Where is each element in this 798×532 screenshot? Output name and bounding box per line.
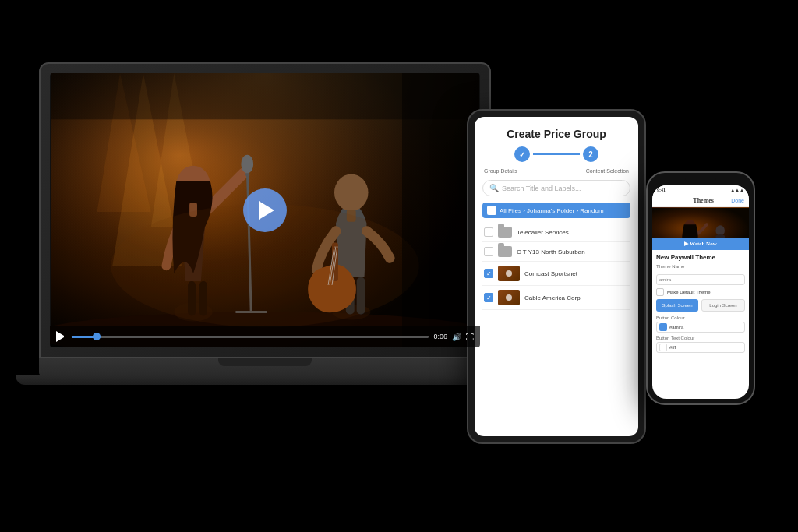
thumb-play-icon-3 [506,270,512,277]
phone-header-title: Themes [693,197,714,204]
button-text-color-input[interactable]: #fff [656,342,745,353]
phone-video-thumbnail: ▶ Watch Now [652,207,749,250]
file-row[interactable]: Comcast Sportsnet [482,262,630,286]
make-default-label: Make Default Theme [667,290,711,294]
svg-rect-15 [245,174,249,176]
svg-point-19 [334,174,369,211]
step-2-label: Content Selection [586,168,629,174]
laptop-body: 0:06 🔊 ⛶ [39,62,491,358]
folder-icon-2 [498,246,512,257]
file-checkbox-3[interactable] [484,269,493,278]
phone-content: New Paywall Theme Theme Name Make Defaul… [652,250,749,360]
tablet-content: Create Price Group ✓ 2 Group Details Con… [475,117,638,318]
theme-toggle-row: Splash Screen Login Screen [656,299,745,312]
file-checkbox-1[interactable] [484,227,493,237]
button-color-input[interactable]: #amira [656,322,745,333]
phone-done-button[interactable]: Done [731,198,744,203]
login-screen-toggle[interactable]: Login Screen [701,299,745,312]
svg-rect-28 [51,73,479,119]
play-button[interactable] [243,188,287,232]
make-default-row: Make Default Theme [656,288,745,296]
button-color-swatch [659,323,667,331]
step-line [533,153,580,155]
progress-dot [93,333,101,340]
status-icons: ▲▲▲ [730,188,744,192]
phone-header: Themes Done [652,195,749,207]
tablet-device: Create Price Group ✓ 2 Group Details Con… [467,109,646,444]
laptop-device: 0:06 🔊 ⛶ [39,62,491,436]
file-checkbox-4[interactable] [484,293,493,302]
stepper: ✓ 2 [482,146,630,162]
phone-notch [685,178,716,182]
thumb-play-icon-4 [506,294,512,301]
fullscreen-icon[interactable]: ⛶ [466,333,474,341]
phone-video-cta[interactable]: ▶ Watch Now [652,238,749,250]
folder-icon-1 [498,227,512,238]
button-color-label: Button Colour [656,315,745,320]
laptop-screen: 0:06 🔊 ⛶ [50,73,480,347]
control-play-icon[interactable] [56,331,67,342]
video-controls-bar: 0:06 🔊 ⛶ [50,326,480,347]
tablet-title: Create Price Group [482,128,630,140]
search-icon: 🔍 [489,184,499,192]
step-2-circle: 2 [583,146,598,162]
breadcrumb-bar: All Files › Johanna's Folder › Random [482,203,630,218]
file-row[interactable]: Cable America Corp [482,286,630,310]
phone-device: 9:41 ▲▲▲ Themes Done [646,171,755,405]
theme-name-label: Theme Name [656,264,745,269]
volume-icon[interactable]: 🔊 [452,333,461,341]
button-text-color-text: #fff [669,345,676,350]
step-1-label: Group Details [484,168,517,174]
play-icon [259,201,274,220]
laptop-stand [16,375,514,385]
button-text-color-label: Button Text Colour [656,336,745,340]
main-scene: 0:06 🔊 ⛶ Create Price Group ✓ 2 [0,0,798,532]
file-checkbox-2[interactable] [484,247,493,256]
button-text-color-swatch [659,344,667,351]
video-thumb-3 [498,266,520,281]
svg-point-14 [241,155,253,174]
splash-screen-toggle[interactable]: Splash Screen [656,299,698,312]
tablet-screen: Create Price Group ✓ 2 Group Details Con… [475,117,638,436]
file-name-3: Comcast Sportsnet [524,270,629,277]
breadcrumb-path: All Files › Johanna's Folder › Random [500,207,604,214]
laptop-notch [218,358,312,366]
theme-name-input[interactable] [656,274,745,285]
progress-bar[interactable] [72,336,429,338]
search-placeholder: Search Title and Labels... [502,185,581,192]
file-row[interactable]: C T Y13 North Suburban [482,242,630,262]
search-bar[interactable]: 🔍 Search Title and Labels... [482,180,630,196]
phone-section-title: New Paywall Theme [656,254,745,261]
file-name-1: Telecaller Services [517,229,629,236]
phone-status-bar: 9:41 ▲▲▲ [652,185,749,195]
make-default-checkbox[interactable] [656,288,664,296]
step-1-circle: ✓ [514,146,530,162]
phone-screen: 9:41 ▲▲▲ Themes Done [652,185,749,399]
file-name-2: C T Y13 North Suburban [517,248,629,255]
file-row[interactable]: Telecaller Services [482,223,630,242]
step-labels: Group Details Content Selection [482,168,630,174]
laptop-base [39,358,491,375]
button-color-text: #amira [669,325,683,329]
phone-cta-text: ▶ Watch Now [684,241,716,247]
time-display: 0:06 [433,333,447,340]
file-name-4: Cable America Corp [524,294,629,301]
svg-point-31 [715,225,725,236]
status-time: 9:41 [657,188,666,192]
breadcrumb-folder-icon [487,206,496,215]
video-thumb-4 [498,290,520,305]
